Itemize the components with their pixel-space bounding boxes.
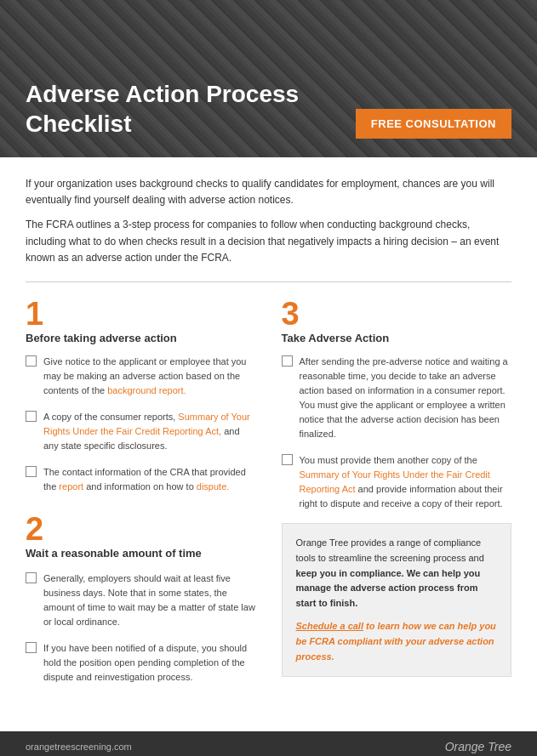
step-1-item-2: A copy of the consumer reports, Summary …	[26, 410, 256, 453]
step-3-item-1-text: After sending the pre-adverse notice and…	[300, 355, 512, 441]
main-content: If your organization uses background che…	[0, 157, 537, 714]
footer: orangetreescreening.com Orange Tree	[0, 731, 537, 756]
info-box-cta: Schedule a call to learn how we can help…	[296, 619, 498, 664]
step-1-item-1-text: Give notice to the applicant or employee…	[43, 355, 256, 398]
step-2-number: 2	[26, 513, 256, 545]
header-text-block: Adverse Action Process Checklist	[26, 79, 339, 139]
col-left: 1 Before taking adverse action Give noti…	[26, 298, 256, 697]
step-2-item-2: If you have been notified of a dispute, …	[26, 641, 256, 685]
info-box: Orange Tree provides a range of complian…	[282, 523, 512, 677]
step-2-title: Wait a reasonable amount of time	[26, 547, 256, 561]
footer-brand: Orange Tree	[445, 740, 511, 753]
checkbox-3-1[interactable]	[282, 355, 293, 367]
header-banner: Adverse Action Process Checklist FREE CO…	[0, 0, 537, 157]
step-3: 3 Take Adverse Action After sending the …	[282, 298, 512, 511]
intro-paragraph-1: If your organization uses background che…	[26, 176, 511, 208]
step-1-item-2-text: A copy of the consumer reports, Summary …	[43, 410, 256, 453]
info-box-body: Orange Tree provides a range of complian…	[296, 536, 498, 611]
step-1-item-1: Give notice to the applicant or employee…	[26, 355, 256, 398]
step-1-title: Before taking adverse action	[26, 332, 256, 344]
free-consultation-button[interactable]: FREE CONSULTATION	[356, 109, 511, 139]
checkbox-2-2[interactable]	[26, 642, 37, 653]
columns: 1 Before taking adverse action Give noti…	[26, 298, 511, 697]
step-1-item-3-text: The contact information of the CRA that …	[43, 465, 256, 494]
step-1-item-3: The contact information of the CRA that …	[26, 465, 256, 494]
step-2-item-1: Generally, employers should wait at leas…	[26, 571, 256, 629]
checkbox-3-2[interactable]	[282, 454, 293, 465]
checkbox-2-1[interactable]	[26, 572, 37, 583]
checkbox-1-1[interactable]	[26, 355, 37, 367]
footer-website: orangetreescreening.com	[26, 742, 132, 752]
step-3-number: 3	[282, 298, 512, 330]
step-1-number: 1	[26, 298, 256, 330]
step-2: 2 Wait a reasonable amount of time Gener…	[26, 513, 256, 685]
checkbox-1-3[interactable]	[26, 466, 37, 477]
step-3-item-2: You must provide them another copy of th…	[282, 453, 512, 511]
step-3-item-1: After sending the pre-adverse notice and…	[282, 355, 512, 441]
header-title: Adverse Action Process Checklist	[26, 79, 339, 139]
checkbox-1-2[interactable]	[26, 411, 37, 422]
intro-paragraph-2: The FCRA outlines a 3-step process for c…	[26, 217, 511, 266]
col-right: 3 Take Adverse Action After sending the …	[282, 298, 512, 697]
step-2-item-2-text: If you have been notified of a dispute, …	[43, 641, 256, 685]
step-3-title: Take Adverse Action	[282, 332, 512, 344]
step-2-item-1-text: Generally, employers should wait at leas…	[43, 571, 256, 629]
step-3-item-2-text: You must provide them another copy of th…	[300, 453, 512, 511]
step-1: 1 Before taking adverse action Give noti…	[26, 298, 256, 494]
divider	[26, 281, 511, 282]
